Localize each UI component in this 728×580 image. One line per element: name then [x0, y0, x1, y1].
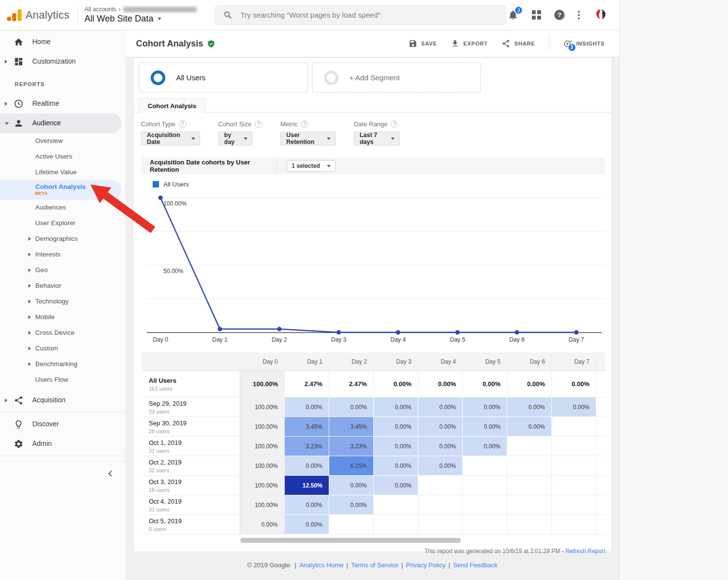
date-range-dropdown[interactable]: Last 7 days	[354, 132, 400, 145]
sidebar-item-geo[interactable]: Geo	[0, 262, 125, 278]
sidebar-item-overview[interactable]: Overview	[0, 133, 125, 149]
sidebar-item-behavior[interactable]: Behavior	[0, 278, 125, 294]
help-tooltip-icon[interactable]: ?	[255, 120, 262, 128]
table-cell	[507, 456, 552, 476]
table-cell: 100.00%	[240, 397, 285, 417]
table-cell: 0.00%	[374, 476, 418, 495]
svg-text:Day 3: Day 3	[331, 336, 347, 343]
export-button[interactable]: EXPORT	[451, 39, 488, 48]
chart-legend: All Users	[153, 180, 612, 188]
sidebar-item-label: Cohort Analysis	[35, 184, 86, 191]
sidebar-item-label: Interests	[35, 251, 61, 258]
sidebar-item-realtime[interactable]: Realtime	[0, 94, 125, 114]
sidebar-item-label: Technology	[35, 298, 68, 305]
report-actions: SAVEEXPORTSHARE3INSIGHTS	[409, 36, 619, 51]
sidebar-item-label: Home	[32, 38, 50, 46]
share-button[interactable]: SHARE	[501, 39, 535, 48]
refresh-report-link[interactable]: Refresh Report	[566, 548, 605, 555]
sidebar-item-mobile[interactable]: Mobile	[0, 309, 125, 325]
share-icon	[501, 39, 510, 48]
insights-button[interactable]: 3INSIGHTS	[563, 39, 605, 48]
table-cell: 0.00%	[329, 476, 374, 495]
table-cell	[552, 456, 596, 476]
sidebar-item-label: Users Flow	[35, 376, 68, 384]
more-options-button[interactable]	[578, 11, 580, 20]
footer-link-send-feedback[interactable]: Send Feedback	[453, 561, 498, 569]
sidebar-item-cross-device[interactable]: Cross Device	[0, 325, 125, 341]
svg-text:Day 7: Day 7	[569, 336, 584, 343]
sidebar-section-reports: REPORTS	[0, 71, 125, 94]
action-label: INSIGHTS	[576, 41, 605, 46]
product-name: Analytics	[25, 9, 69, 22]
control-date-range: Date Range?Last 7 days	[354, 118, 400, 145]
table-cell: 0.00%	[418, 397, 463, 417]
segment-all-users[interactable]: All Users	[139, 63, 308, 93]
metric-dropdown[interactable]: User Retention	[280, 132, 336, 145]
table-cell: 0.00%	[285, 397, 329, 417]
sidebar-item-lifetime-value[interactable]: Lifetime Value	[0, 164, 125, 180]
table-cell: 3.23%	[329, 437, 374, 456]
table-row-label: Oct 3, 201916 users	[142, 476, 240, 495]
sidebar-item-customization[interactable]: Customization	[0, 52, 125, 71]
table-cell: 0.00%	[463, 417, 507, 437]
help-tooltip-icon[interactable]: ?	[391, 120, 398, 128]
breadcrumb[interactable]: All accounts	[85, 6, 116, 13]
sidebar-item-cohort-analysis[interactable]: Cohort AnalysisBETA	[0, 180, 121, 200]
sidebar-item-discover[interactable]: Discover	[0, 415, 125, 434]
sidebar-item-active-users[interactable]: Active Users	[0, 149, 125, 164]
table-cell: 100.00%	[240, 437, 285, 456]
svg-text:Day 1: Day 1	[212, 336, 228, 343]
sidebar-item-technology[interactable]: Technology	[0, 294, 125, 309]
footer-link-terms-of-service[interactable]: Terms of Service	[351, 561, 398, 569]
save-button[interactable]: SAVE	[409, 39, 437, 48]
sidebar-item-user-explorer[interactable]: User Explorer	[0, 215, 125, 231]
help-button[interactable]: ?	[554, 10, 565, 20]
notifications-button[interactable]: 3	[507, 9, 519, 21]
sidebar-item-audiences[interactable]: Audiences	[0, 200, 125, 215]
help-tooltip-icon[interactable]: ?	[179, 120, 186, 128]
cohort-size-dropdown[interactable]: by day	[218, 132, 252, 145]
sidebar-item-custom[interactable]: Custom	[0, 341, 125, 356]
add-segment-button[interactable]: + Add Segment	[312, 63, 481, 93]
footer-link-analytics-home[interactable]: Analytics Home	[299, 561, 343, 569]
customization-icon	[14, 56, 24, 67]
horizontal-scrollbar[interactable]	[240, 538, 461, 543]
search-input[interactable]	[241, 11, 495, 19]
sidebar-item-admin[interactable]: Admin	[0, 434, 125, 454]
footer-link-privacy-policy[interactable]: Privacy Policy	[406, 561, 446, 569]
account-avatar[interactable]	[593, 7, 609, 23]
cohort-type-dropdown[interactable]: Acquisition Date	[141, 132, 200, 145]
analytics-logo[interactable]: Analytics	[0, 9, 69, 22]
table-corner-header	[142, 352, 240, 371]
sidebar-item-interests[interactable]: Interests	[0, 247, 125, 262]
green-shield-check-icon	[207, 40, 215, 48]
sidebar: HomeCustomizationREPORTSRealtimeAudience…	[0, 30, 125, 580]
sidebar-item-users-flow[interactable]: Users Flow	[0, 372, 125, 388]
cohorts-selected-dropdown[interactable]: 1 selected	[287, 160, 336, 172]
table-header-day-7: Day 7	[552, 352, 596, 371]
insights-badge: 3	[568, 44, 576, 51]
sidebar-item-label: User Explorer	[35, 220, 76, 227]
sidebar-item-acquisition[interactable]: Acquisition	[0, 391, 125, 410]
help-icon: ?	[554, 10, 565, 20]
actions-divider	[549, 36, 549, 51]
sidebar-item-home[interactable]: Home	[0, 32, 125, 52]
search-bar[interactable]	[214, 5, 507, 25]
chevron-down-icon	[244, 138, 248, 140]
caret-collapsed-icon	[28, 362, 31, 366]
table-cell: 0.00%	[374, 371, 418, 397]
property-selector[interactable]: All Web Site Data	[85, 14, 197, 24]
apps-grid-button[interactable]	[532, 10, 541, 20]
sidebar-item-label: Demographics	[35, 235, 78, 243]
control-label: Metric	[280, 120, 297, 128]
help-tooltip-icon[interactable]: ?	[301, 120, 308, 128]
sidebar-item-benchmarking[interactable]: Benchmarking	[0, 356, 125, 372]
table-cell: 0.00%	[463, 371, 507, 397]
sidebar-item-demographics[interactable]: Demographics	[0, 231, 125, 247]
sidebar-item-label: Customization	[32, 58, 76, 65]
sidebar-collapse-button[interactable]	[0, 464, 125, 476]
tab-cohort-analysis[interactable]: Cohort Analysis	[139, 98, 205, 113]
caret-expanded-icon	[5, 122, 9, 125]
sidebar-item-audience[interactable]: Audience	[0, 114, 121, 133]
control-metric: Metric?User Retention	[280, 118, 336, 145]
